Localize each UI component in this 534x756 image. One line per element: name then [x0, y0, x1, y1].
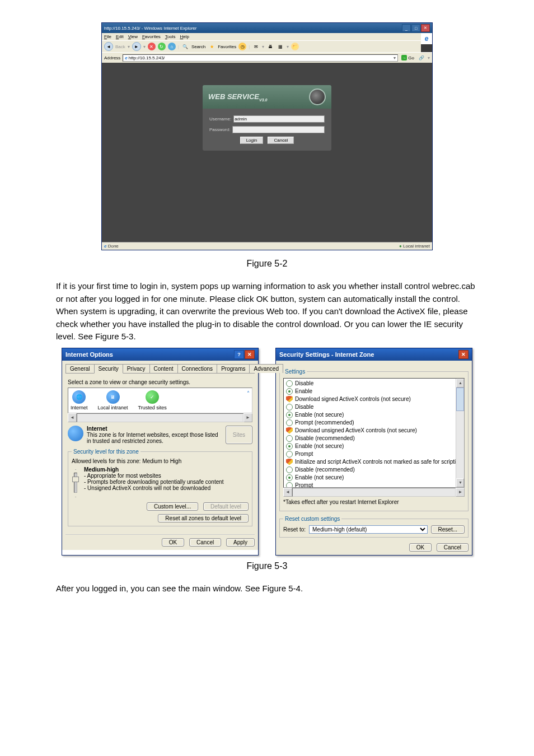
setting-item[interactable]: Disable (recommended)	[285, 466, 463, 474]
radio-icon[interactable]	[286, 412, 293, 418]
radio-icon[interactable]	[286, 435, 293, 442]
cancel-button[interactable]: Cancel	[189, 538, 221, 547]
folder-icon[interactable]: 📁	[291, 43, 299, 50]
username-input[interactable]	[233, 115, 325, 123]
radio-icon[interactable]	[286, 419, 293, 426]
search-icon[interactable]: 🔍	[181, 43, 189, 50]
radio-icon[interactable]	[286, 451, 293, 458]
setting-item[interactable]: Prompt	[285, 482, 463, 488]
print-icon[interactable]: 🖶	[266, 43, 274, 50]
tabs: General Security Privacy Content Connect…	[65, 364, 255, 374]
custom-level-button[interactable]: Custom level...	[147, 502, 198, 511]
scroll-left-icon[interactable]: ◄	[68, 413, 77, 422]
menu-edit[interactable]: Edit	[116, 34, 124, 39]
page-content: WEB SERVICEV3.0 Username: Password: Logi…	[102, 63, 432, 242]
password-input[interactable]	[232, 126, 325, 133]
ok-button[interactable]: OK	[409, 543, 432, 552]
scroll-up-icon[interactable]: ▲	[456, 379, 464, 388]
menu-view[interactable]: View	[128, 34, 138, 39]
security-slider[interactable]: --	[72, 466, 79, 499]
menu-favorites[interactable]: Favorites	[142, 34, 161, 39]
radio-icon[interactable]	[286, 404, 293, 410]
setting-item[interactable]: Enable (not secure)	[285, 442, 463, 450]
setting-item[interactable]: Enable (not secure)	[285, 411, 463, 419]
shield-icon	[286, 396, 293, 403]
cancel-button[interactable]: Cancel	[437, 543, 469, 552]
address-input[interactable]: e http://10.15.5.243/ ▾	[123, 54, 398, 62]
scroll-right-icon[interactable]: ►	[456, 488, 465, 497]
login-button[interactable]: Login	[240, 137, 264, 144]
zone-trusted-sites[interactable]: ✓ Trusted sites	[138, 390, 167, 410]
scroll-left-icon[interactable]: ◄	[283, 488, 292, 497]
setting-item[interactable]: Enable (not secure)	[285, 474, 463, 482]
sites-button[interactable]: Sites	[226, 426, 252, 444]
scroll-right-icon[interactable]: ►	[243, 413, 252, 422]
password-label: Password:	[209, 127, 230, 132]
tab-security[interactable]: Security	[94, 364, 123, 374]
back-icon[interactable]: ◄	[104, 42, 113, 51]
setting-item[interactable]: Disable (recommended)	[285, 435, 463, 442]
tab-programs[interactable]: Programs	[217, 364, 250, 373]
settings-vscroll[interactable]: ▲ ▼	[456, 379, 464, 487]
minimize-button[interactable]: _	[402, 24, 411, 32]
reset-all-button[interactable]: Reset all zones to default level	[158, 514, 249, 522]
tab-content[interactable]: Content	[149, 364, 178, 373]
menu-file[interactable]: File	[104, 34, 111, 39]
cancel-button[interactable]: Cancel	[268, 137, 294, 144]
close-button[interactable]: ✕	[421, 24, 430, 32]
ok-button[interactable]: OK	[162, 538, 184, 547]
settings-list[interactable]: DisableEnableDownload signed ActiveX con…	[283, 378, 465, 488]
radio-icon[interactable]	[286, 466, 293, 473]
dropdown-icon[interactable]: ▾	[394, 55, 396, 60]
menu-help[interactable]: Help	[180, 34, 189, 39]
go-button[interactable]: → Go	[400, 55, 415, 60]
scroll-down-icon[interactable]: ▼	[456, 478, 464, 487]
close-button[interactable]: ✕	[245, 350, 255, 359]
security-settings-dialog: Security Settings - Internet Zone ✕ Sett…	[275, 348, 472, 556]
radio-icon[interactable]	[286, 388, 293, 395]
settings-fieldset: Settings DisableEnableDownload signed Ac…	[279, 368, 469, 511]
radio-icon[interactable]	[286, 380, 293, 387]
search-label[interactable]: Search	[191, 44, 205, 49]
setting-item[interactable]: Prompt (recommended)	[285, 419, 463, 427]
zone-local-intranet[interactable]: 🖥 Local intranet	[98, 390, 128, 410]
zone-hscroll[interactable]: ◄ ►	[68, 413, 252, 422]
mail-icon[interactable]: ✉	[252, 43, 260, 50]
links-icon[interactable]: 🔗	[418, 54, 425, 62]
reset-button[interactable]: Reset...	[431, 525, 465, 534]
setting-item[interactable]: Disable	[285, 403, 463, 411]
tab-general[interactable]: General	[65, 364, 95, 373]
setting-item[interactable]: Prompt	[285, 450, 463, 458]
internet-options-title: Internet Options	[65, 351, 113, 358]
menu-tools[interactable]: Tools	[165, 34, 176, 39]
tab-connections[interactable]: Connections	[177, 364, 218, 373]
apply-button[interactable]: Apply	[226, 538, 255, 547]
settings-hscroll[interactable]: ◄ ►	[283, 488, 465, 497]
favorites-label[interactable]: Favorites	[218, 44, 236, 49]
forward-icon[interactable]: ►	[132, 42, 141, 51]
setting-item[interactable]: Disable	[285, 380, 463, 388]
default-level-button[interactable]: Default level	[203, 502, 249, 511]
close-button[interactable]: ✕	[458, 350, 469, 359]
radio-icon[interactable]	[286, 443, 293, 450]
stop-icon[interactable]: ✕	[148, 43, 156, 50]
refresh-icon[interactable]: ↻	[158, 43, 166, 50]
home-icon[interactable]: ⌂	[168, 43, 176, 50]
scroll-thumb[interactable]	[456, 388, 464, 411]
tab-advanced[interactable]: Advanced	[249, 364, 283, 373]
shield-icon	[286, 459, 293, 465]
edit-icon[interactable]: ▦	[277, 43, 284, 50]
tab-privacy[interactable]: Privacy	[123, 364, 150, 373]
help-button[interactable]: ?	[234, 350, 244, 359]
back-label[interactable]: Back	[115, 44, 125, 49]
scroll-up-icon[interactable]: ˄	[247, 390, 250, 396]
zone-selector[interactable]: 🌐 Internet 🖥 Local intranet ✓ Trusted si…	[68, 388, 252, 413]
radio-icon[interactable]	[286, 474, 293, 481]
setting-item[interactable]: Enable	[285, 388, 463, 395]
zone-internet[interactable]: 🌐 Internet	[71, 390, 88, 410]
maximize-button[interactable]: □	[411, 24, 420, 32]
history-icon[interactable]: ◷	[238, 43, 246, 50]
favorites-icon[interactable]: ★	[208, 43, 216, 50]
radio-icon[interactable]	[286, 482, 293, 488]
reset-to-select[interactable]: Medium-high (default)	[309, 525, 428, 534]
